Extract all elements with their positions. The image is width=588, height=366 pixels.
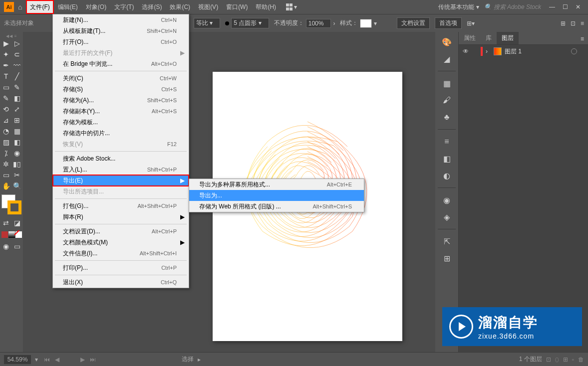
layer-row[interactable]: 👁 › 图层 1 xyxy=(460,46,587,57)
eyedropper-tool-icon[interactable]: ⁒ xyxy=(0,148,11,159)
preferences-button[interactable]: 首选项 xyxy=(435,17,462,29)
menu-item-文件信息I[interactable]: 文件信息(I)...Alt+Shift+Ctrl+I xyxy=(53,248,189,259)
target-icon[interactable] xyxy=(571,48,577,54)
zoom-tool-icon[interactable]: 🔍 xyxy=(11,181,22,191)
layer-name[interactable]: 图层 1 xyxy=(505,47,568,56)
asset-export-icon[interactable]: ⇱ xyxy=(441,235,453,247)
align-icon[interactable]: ⊞▾ xyxy=(467,20,475,27)
screen-mode-icon[interactable]: ▭ xyxy=(11,241,22,252)
rectangle-tool-icon[interactable]: ▭ xyxy=(0,82,11,93)
menu-edit[interactable]: 编辑(E) xyxy=(54,0,82,14)
new-sublayer-icon[interactable]: ⊞ xyxy=(563,356,568,363)
artboard-nav[interactable]: ⏮◀▶⏭ xyxy=(42,356,98,363)
menu-select[interactable]: 选择(S) xyxy=(138,0,166,14)
rotate-tool-icon[interactable]: ⟲ xyxy=(0,104,11,115)
submenu-item-导出为[interactable]: 导出为... xyxy=(189,190,364,201)
swap-fill-stroke-icon[interactable]: ⇄ xyxy=(0,217,11,228)
shaper-tool-icon[interactable]: ✎ xyxy=(0,93,11,104)
swatches-panel-icon[interactable]: ▦ xyxy=(441,77,453,89)
expand-icon[interactable]: › xyxy=(486,48,491,55)
brush-tool-icon[interactable]: ✎ xyxy=(11,82,22,93)
menu-item-存储选中的切片[interactable]: 存储选中的切片... xyxy=(53,128,189,139)
graphic-styles-icon[interactable]: ◈ xyxy=(441,211,453,223)
close-icon[interactable]: ✕ xyxy=(572,2,584,11)
brushes-panel-icon[interactable]: 🖌 xyxy=(441,94,453,106)
scale-tool-icon[interactable]: ⤢ xyxy=(11,104,22,115)
menu-window[interactable]: 窗口(W) xyxy=(222,0,252,14)
menu-item-搜索-Adobe-Stock[interactable]: 搜索 Adobe Stock... xyxy=(53,153,189,164)
maximize-icon[interactable]: ☐ xyxy=(559,2,571,11)
gradient-tool-icon[interactable]: ◧ xyxy=(11,137,22,148)
menu-item-脚本R[interactable]: 脚本(R)▶ xyxy=(53,211,189,222)
opt-icon-1[interactable]: ⊞ xyxy=(561,20,566,27)
menu-type[interactable]: 文字(T) xyxy=(110,0,138,14)
tab-layers[interactable]: 图层 xyxy=(497,32,519,44)
opt-menu-icon[interactable]: ≡ xyxy=(581,20,584,27)
menu-view[interactable]: 视图(V) xyxy=(194,0,222,14)
menu-object[interactable]: 对象(O) xyxy=(82,0,110,14)
new-layer-icon[interactable]: ▫ xyxy=(572,356,574,363)
zoom-field[interactable]: 54.59% xyxy=(4,355,31,364)
direct-selection-tool-icon[interactable]: ▷ xyxy=(11,38,22,49)
menu-effect[interactable]: 效果(C) xyxy=(166,0,194,14)
free-transform-tool-icon[interactable]: ⊞ xyxy=(11,115,22,126)
menu-item-打印P[interactable]: 打印(P)...Ctrl+P xyxy=(53,262,189,273)
menu-item-置入L[interactable]: 置入(L)...Shift+Ctrl+P xyxy=(53,164,189,175)
menu-item-在-Bridge-中浏览[interactable]: 在 Bridge 中浏览...Alt+Ctrl+O xyxy=(53,58,189,69)
menu-item-存储S[interactable]: 存储(S)Ctrl+S xyxy=(53,84,189,95)
shape-builder-tool-icon[interactable]: ◔ xyxy=(0,126,11,137)
width-tool-icon[interactable]: ⊿ xyxy=(0,115,11,126)
menu-item-导出E[interactable]: 导出(E)▶ xyxy=(53,175,189,186)
default-fill-stroke-icon[interactable]: ◪ xyxy=(11,217,22,228)
menu-item-从模板新建T[interactable]: 从模板新建(T)...Shift+Ctrl+N xyxy=(53,25,189,36)
appearance-panel-icon[interactable]: ◉ xyxy=(441,194,453,206)
fill-stroke-swatch[interactable] xyxy=(0,193,22,215)
style-swatch[interactable] xyxy=(360,19,372,28)
workspace-switcher[interactable]: 传统基本功能▾ xyxy=(438,3,479,11)
transparency-panel-icon[interactable]: ◐ xyxy=(441,170,453,182)
arrange-docs-icon[interactable] xyxy=(286,3,293,10)
uniform-dropdown[interactable]: 等比 ▾ xyxy=(194,18,220,28)
blend-tool-icon[interactable]: ◉ xyxy=(11,148,22,159)
menu-item-存储为模板[interactable]: 存储为模板... xyxy=(53,117,189,128)
draw-mode-icon[interactable]: ◉ xyxy=(0,241,11,252)
search-stock[interactable]: 🔍 搜索 Adobe Stock xyxy=(484,3,541,11)
tab-properties[interactable]: 属性 xyxy=(459,32,481,44)
brush-dropdown[interactable]: 5 点圆形 ▾ xyxy=(231,18,269,28)
visibility-icon[interactable]: 👁 xyxy=(462,48,470,55)
color-mode-swatches[interactable] xyxy=(1,231,22,238)
delete-layer-icon[interactable]: 🗑 xyxy=(578,356,584,363)
submenu-item-存储为-Web-所用格式-旧版-[interactable]: 存储为 Web 所用格式 (旧版) ...Alt+Shift+Ctrl+S xyxy=(189,201,364,212)
opt-icon-2[interactable]: ⊡ xyxy=(571,20,576,27)
opacity-field[interactable]: 100% xyxy=(306,19,331,28)
home-icon[interactable]: ⌂ xyxy=(18,3,22,11)
gradient-panel-icon[interactable]: ◧ xyxy=(441,153,453,165)
type-tool-icon[interactable]: T xyxy=(0,71,11,82)
submenu-item-导出为多种屏幕所用格式[interactable]: 导出为多种屏幕所用格式...Alt+Ctrl+E xyxy=(189,179,364,190)
line-tool-icon[interactable]: ╱ xyxy=(11,71,22,82)
tab-libraries[interactable]: 库 xyxy=(481,32,497,44)
color-panel-icon[interactable]: 🎨 xyxy=(441,36,453,48)
menu-item-打包G[interactable]: 打包(G)...Alt+Shift+Ctrl+P xyxy=(53,200,189,211)
hand-tool-icon[interactable]: ✋ xyxy=(0,181,11,191)
menu-item-打开O[interactable]: 打开(O)...Ctrl+O xyxy=(53,36,189,47)
menu-item-存储为A[interactable]: 存储为(A)...Shift+Ctrl+S xyxy=(53,95,189,106)
menu-item-关闭C[interactable]: 关闭(C)Ctrl+W xyxy=(53,73,189,84)
graph-tool-icon[interactable]: ▮▯ xyxy=(11,159,22,170)
artboard-tool-icon[interactable]: ▭ xyxy=(0,170,11,181)
menu-file[interactable]: 文件(F) xyxy=(26,0,53,14)
mask-icon[interactable]: ⬯ xyxy=(555,356,559,363)
selection-tool-icon[interactable]: ▶ xyxy=(0,38,11,49)
locate-layer-icon[interactable]: ⊡ xyxy=(546,356,551,363)
stroke-panel-icon[interactable]: ≡ xyxy=(441,136,453,148)
symbol-sprayer-tool-icon[interactable]: ✲ xyxy=(0,159,11,170)
perspective-tool-icon[interactable]: ▦ xyxy=(11,126,22,137)
color-guide-icon[interactable]: ◢ xyxy=(441,53,453,65)
symbols-panel-icon[interactable]: ♣ xyxy=(441,111,453,123)
panel-menu-icon[interactable]: ≡ xyxy=(577,33,588,44)
slice-tool-icon[interactable]: ✂ xyxy=(11,170,22,181)
eraser-tool-icon[interactable]: ◧ xyxy=(11,93,22,104)
menu-item-文档颜色模式M[interactable]: 文档颜色模式(M)▶ xyxy=(53,237,189,248)
menu-help[interactable]: 帮助(H) xyxy=(252,0,280,14)
curvature-tool-icon[interactable]: 〰 xyxy=(11,60,22,71)
